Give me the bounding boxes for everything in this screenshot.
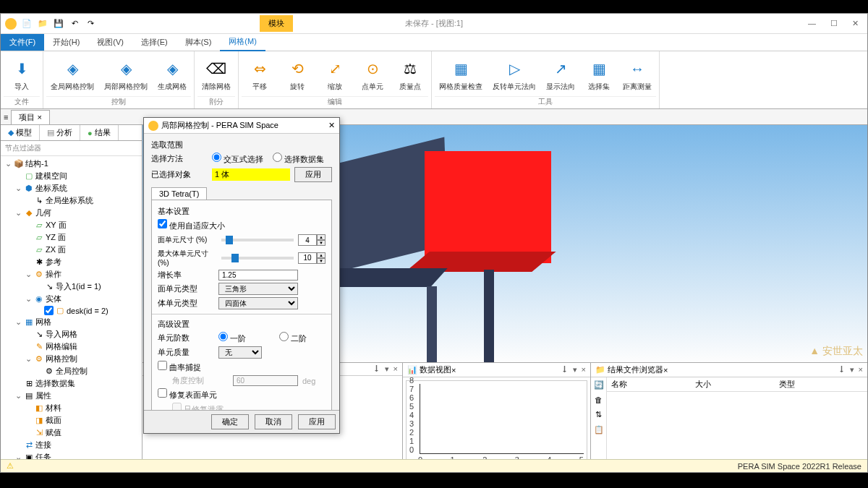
ribbon-generate-mesh[interactable]: ◈生成网格 bbox=[153, 53, 191, 96]
tree-filter[interactable]: 节点过滤器 bbox=[1, 141, 142, 156]
panel-menu-icon[interactable]: ▾ bbox=[573, 365, 577, 374]
element-order-label: 单元阶数 bbox=[158, 333, 214, 343]
panel-pin-icon[interactable]: 🠗 bbox=[838, 365, 846, 374]
rb-sort-icon[interactable]: ⇅ bbox=[595, 410, 602, 419]
curvature-checkbox[interactable]: 曲率捕捉 bbox=[158, 361, 214, 373]
max-body-size-input[interactable] bbox=[298, 252, 317, 264]
body-elem-type-select[interactable]: 四面体 bbox=[218, 297, 298, 309]
dialog-close-icon[interactable]: ✕ bbox=[328, 121, 335, 130]
ok-button[interactable]: 确定 bbox=[211, 414, 249, 429]
module-tab[interactable]: 模块 bbox=[260, 15, 293, 32]
radio-order-1[interactable]: 一阶 bbox=[218, 332, 275, 344]
selection-method-label: 选择方法 bbox=[151, 153, 208, 164]
face-elem-type-select[interactable]: 三角形 bbox=[218, 283, 298, 295]
max-body-size-slider[interactable] bbox=[221, 257, 294, 260]
tab-close-icon[interactable]: × bbox=[663, 366, 668, 374]
spin-down-icon[interactable]: ▼ bbox=[317, 258, 326, 264]
face-size-input[interactable] bbox=[298, 234, 317, 246]
local-mesh-control-dialog: 局部网格控制 - PERA SIM Space ✕ 选取范围 选择方法 交互式选… bbox=[143, 117, 340, 434]
basic-settings-label: 基本设置 bbox=[158, 206, 326, 217]
qat-redo-icon[interactable]: ↷ bbox=[85, 18, 96, 30]
ribbon-distance[interactable]: ↔距离测量 bbox=[618, 53, 656, 96]
menu-script[interactable]: 脚本(S) bbox=[176, 34, 221, 51]
rb-filter-icon[interactable]: 📋 bbox=[594, 425, 604, 435]
tab-model[interactable]: ◆模型 bbox=[1, 125, 40, 140]
tab-close-icon[interactable]: × bbox=[451, 366, 456, 374]
ribbon-point-elem[interactable]: ⊙点单元 bbox=[354, 53, 391, 96]
apply-button[interactable]: 应用 bbox=[298, 414, 336, 429]
panel-menu-icon[interactable]: ▾ bbox=[850, 365, 854, 374]
radio-order-2[interactable]: 二阶 bbox=[279, 332, 336, 344]
panel-close-icon[interactable]: × bbox=[393, 364, 398, 374]
selected-objects-value: 1 体 bbox=[212, 168, 290, 181]
tab-analysis[interactable]: ▤分析 bbox=[40, 125, 80, 140]
data-chart[interactable]: 012345678 012345 bbox=[406, 380, 587, 469]
menu-file[interactable]: 文件(F) bbox=[1, 34, 44, 51]
spin-down-icon[interactable]: ▼ bbox=[317, 240, 326, 246]
menu-select[interactable]: 选择(E) bbox=[132, 34, 176, 51]
qat-undo-icon[interactable]: ↶ bbox=[69, 18, 80, 30]
ribbon-group-tools: 工具 bbox=[435, 96, 656, 107]
panel-close-icon[interactable]: × bbox=[582, 365, 586, 374]
model-tree[interactable]: ⌄📦结构-1 ▢建模空间 ⌄⬢坐标系统 ↳全局坐标系统 ⌄◆几何 ▱XY 面 ▱… bbox=[1, 156, 142, 472]
ribbon-scale[interactable]: ⤢缩放 bbox=[317, 53, 353, 96]
radio-interactive[interactable]: 交互式选择 bbox=[212, 153, 268, 165]
rb-clear-icon[interactable]: 🗑 bbox=[595, 395, 603, 404]
max-body-size-label: 最大体单元尺寸(%) bbox=[158, 249, 217, 267]
ribbon: ⬇导入 文件 ◈全局网格控制 ◈局部网格控制 ◈生成网格 控制 ⌫清除网格 剖分… bbox=[1, 51, 867, 109]
ribbon-translate[interactable]: ⇔平移 bbox=[242, 53, 278, 96]
spin-up-icon[interactable]: ▲ bbox=[317, 252, 326, 258]
panel-menu-icon[interactable]: ▾ bbox=[385, 364, 389, 374]
cancel-button[interactable]: 取消 bbox=[255, 414, 292, 429]
panel-pin-icon[interactable]: 🠗 bbox=[561, 365, 569, 374]
ribbon-group-file: 文件 bbox=[4, 96, 40, 107]
maximize-icon[interactable]: ☐ bbox=[830, 19, 838, 28]
tab-3d-tetra[interactable]: 3D Tetra(T) bbox=[151, 187, 207, 200]
rb-refresh-icon[interactable]: 🔄 bbox=[594, 380, 604, 390]
panel-close-icon[interactable]: × bbox=[859, 365, 863, 374]
qat-new-icon[interactable]: 📄 bbox=[21, 18, 33, 30]
dialog-titlebar[interactable]: 局部网格控制 - PERA SIM Space ✕ bbox=[144, 118, 339, 134]
tab-result[interactable]: ●结果 bbox=[80, 125, 119, 140]
project-tab[interactable]: 项目 × bbox=[11, 110, 50, 124]
growth-rate-input[interactable] bbox=[218, 270, 298, 281]
minimize-icon[interactable]: — bbox=[808, 19, 816, 28]
face-size-label: 面单元尺寸 (%) bbox=[158, 235, 217, 245]
angle-control-input bbox=[233, 375, 298, 386]
panel-pin-icon[interactable]: 🠗 bbox=[373, 364, 380, 374]
desk-visible-checkbox[interactable] bbox=[44, 306, 54, 315]
qat-open-icon[interactable]: 📁 bbox=[37, 18, 48, 30]
radio-dataset[interactable]: 选择数据集 bbox=[273, 153, 329, 165]
ribbon-local-mesh[interactable]: ◈局部网格控制 bbox=[100, 53, 152, 96]
window-title: 未保存 - [视图:1] bbox=[405, 18, 463, 29]
apply-selection-button[interactable]: 应用 bbox=[294, 167, 332, 182]
ribbon-show-normal[interactable]: ↗显示法向 bbox=[542, 53, 579, 96]
ribbon-quality-check[interactable]: ▦网格质量检查 bbox=[435, 53, 487, 96]
ribbon-mass-point[interactable]: ⚖质量点 bbox=[392, 53, 428, 96]
element-quality-select[interactable]: 无 bbox=[218, 346, 262, 359]
face-size-slider[interactable] bbox=[221, 239, 294, 241]
result-toolbar: 🔄 🗑 ⇅ 📋 bbox=[591, 377, 607, 472]
ribbon-global-mesh[interactable]: ◈全局网格控制 bbox=[46, 53, 98, 96]
spin-up-icon[interactable]: ▲ bbox=[317, 234, 326, 240]
menu-view[interactable]: 视图(V) bbox=[88, 34, 132, 51]
tab-close-icon[interactable]: × bbox=[37, 113, 41, 121]
menu-mesh[interactable]: 网格(M) bbox=[220, 33, 265, 51]
angle-unit: deg bbox=[302, 377, 315, 385]
adaptive-size-checkbox[interactable]: 使用自适应大小 bbox=[158, 219, 225, 231]
titlebar: 📄 📁 💾 ↶ ↷ 模块 未保存 - [视图:1] — ☐ ✕ bbox=[1, 14, 867, 34]
menu-start[interactable]: 开始(H) bbox=[44, 34, 88, 51]
qat-save-icon[interactable]: 💾 bbox=[53, 18, 64, 30]
close-icon[interactable]: ✕ bbox=[852, 19, 859, 28]
ribbon-clear-mesh[interactable]: ⌫清除网格 bbox=[197, 53, 235, 96]
ribbon-rotate[interactable]: ⟲旋转 bbox=[279, 53, 315, 96]
status-bar: ⚠ PERA SIM Space 2022R1 Release bbox=[1, 459, 867, 472]
fix-surface-checkbox[interactable]: 修复表面单元 bbox=[158, 388, 217, 401]
ribbon-group-edit: 编辑 bbox=[242, 96, 428, 107]
result-browser-panel: 📁 结果文件浏览器 ×🠗▾× 🔄 🗑 ⇅ 📋 名称 大小 bbox=[591, 363, 867, 472]
ribbon-import[interactable]: ⬇导入 bbox=[4, 53, 40, 96]
menubar: 文件(F) 开始(H) 视图(V) 选择(E) 脚本(S) 网格(M) bbox=[1, 34, 867, 51]
selected-objects-label: 已选择对象 bbox=[151, 169, 208, 180]
ribbon-select-set[interactable]: ▦选择集 bbox=[581, 53, 617, 96]
ribbon-flip-normal[interactable]: ▷反转单元法向 bbox=[488, 53, 540, 96]
